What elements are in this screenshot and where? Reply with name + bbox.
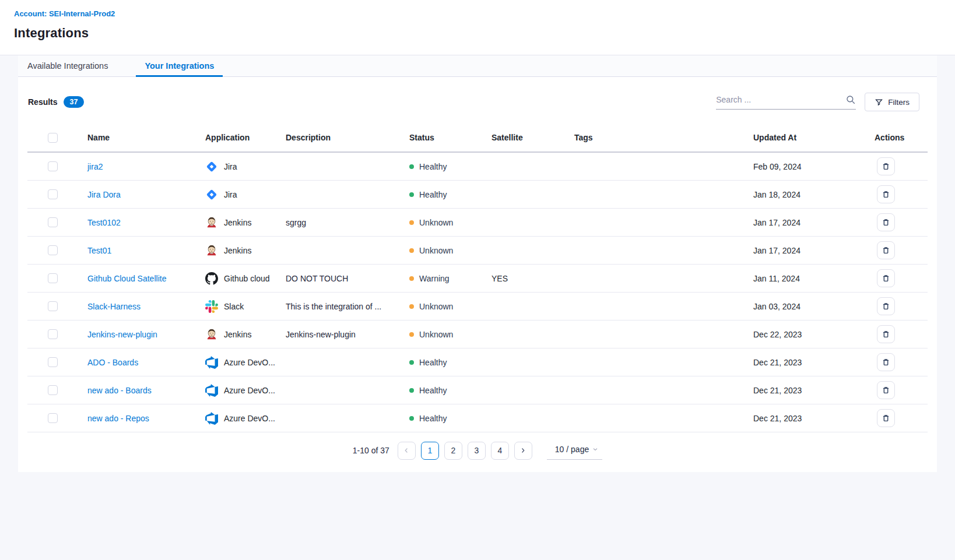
- delete-integration-button[interactable]: [877, 241, 895, 259]
- delete-integration-button[interactable]: [877, 185, 895, 203]
- delete-integration-button[interactable]: [877, 381, 895, 399]
- delete-integration-button[interactable]: [877, 213, 895, 231]
- page-button-2[interactable]: 2: [444, 442, 462, 460]
- status-dot-icon: [409, 164, 414, 169]
- page-button-1[interactable]: 1: [421, 442, 439, 460]
- table-row: new ado - Repos Azure DevO... Healthy De…: [27, 404, 928, 432]
- application-name: Azure DevO...: [224, 358, 275, 367]
- status-dot-icon: [409, 248, 414, 253]
- table-row: new ado - Boards Azure DevO... Healthy D…: [27, 376, 928, 404]
- tab-bar: Available Integrations Your Integrations: [18, 55, 937, 77]
- column-header-updated-at: Updated At: [753, 133, 875, 142]
- integration-name-link[interactable]: Slack-Harness: [87, 302, 141, 311]
- filters-button-label: Filters: [888, 98, 910, 107]
- delete-integration-button[interactable]: [877, 325, 895, 343]
- status-label: Unknown: [419, 246, 453, 255]
- pagination-range-label: 1-10 of 37: [353, 446, 389, 455]
- slack-logo-icon: [205, 300, 218, 313]
- integration-name-link[interactable]: jira2: [87, 162, 103, 171]
- select-all-checkbox[interactable]: [48, 133, 58, 143]
- content-card: Available Integrations Your Integrations…: [18, 55, 937, 472]
- integration-name-link[interactable]: Jenkins-new-plugin: [87, 330, 157, 339]
- page-buttons: 1234: [421, 442, 509, 460]
- updated-at-cell: Jan 11, 2024: [753, 274, 875, 283]
- application-cell: Slack: [205, 300, 286, 313]
- delete-integration-button[interactable]: [877, 297, 895, 315]
- account-breadcrumb-link[interactable]: Account: SEI-Internal-Prod2: [14, 9, 115, 18]
- status-dot-icon: [409, 192, 414, 197]
- integration-name-link[interactable]: Test0102: [87, 218, 121, 227]
- application-cell: Azure DevO...: [205, 412, 286, 425]
- status-label: Warning: [419, 274, 450, 283]
- updated-at-cell: Dec 21, 2023: [753, 358, 875, 367]
- column-header-satellite: Satellite: [491, 133, 574, 142]
- previous-page-button[interactable]: [398, 442, 416, 460]
- status-dot-icon: [409, 332, 414, 337]
- updated-at-cell: Dec 21, 2023: [753, 414, 875, 423]
- azure-devops-logo-icon: [205, 412, 218, 425]
- status-label: Healthy: [419, 414, 447, 423]
- updated-at-cell: Jan 17, 2024: [753, 246, 875, 255]
- row-checkbox[interactable]: [48, 189, 58, 199]
- github-logo-icon: [205, 272, 218, 285]
- application-name: Jenkins: [224, 330, 251, 339]
- results-label: Results: [28, 97, 58, 107]
- row-checkbox[interactable]: [48, 217, 58, 227]
- status-label: Unknown: [419, 218, 453, 227]
- row-checkbox[interactable]: [48, 245, 58, 255]
- status-cell: Unknown: [409, 302, 491, 311]
- search-input[interactable]: [716, 95, 845, 104]
- azure-devops-logo-icon: [205, 356, 218, 369]
- integration-name-link[interactable]: Jira Dora: [87, 190, 121, 199]
- next-page-button[interactable]: [514, 442, 532, 460]
- status-cell: Healthy: [409, 358, 491, 367]
- satellite-cell: YES: [491, 274, 574, 283]
- delete-integration-button[interactable]: [877, 269, 895, 287]
- page-button-4[interactable]: 4: [491, 442, 509, 460]
- integration-name-link[interactable]: new ado - Repos: [87, 414, 149, 423]
- row-checkbox[interactable]: [48, 329, 58, 339]
- application-cell: Azure DevO...: [205, 384, 286, 397]
- table-row: Test01 Jenkins Unknown Jan 17, 2024: [27, 237, 928, 265]
- integration-name-link[interactable]: new ado - Boards: [87, 386, 152, 395]
- integration-name-link[interactable]: ADO - Boards: [87, 358, 138, 367]
- integration-name-link[interactable]: Github Cloud Satellite: [87, 274, 166, 283]
- delete-integration-button[interactable]: [877, 409, 895, 427]
- row-checkbox[interactable]: [48, 385, 58, 395]
- delete-integration-button[interactable]: [877, 353, 895, 371]
- delete-integration-button[interactable]: [877, 157, 895, 175]
- integrations-table: Name Application Description Status Sate…: [27, 124, 928, 432]
- updated-at-cell: Jan 18, 2024: [753, 190, 875, 199]
- tab-available-integrations[interactable]: Available Integrations: [19, 55, 117, 76]
- page-size-select[interactable]: 10 / page: [547, 441, 602, 460]
- filters-button[interactable]: Filters: [865, 93, 919, 111]
- application-cell: Jira: [205, 160, 286, 173]
- results-count-badge: 37: [64, 96, 85, 108]
- status-cell: Unknown: [409, 330, 491, 339]
- application-name: Azure DevO...: [224, 386, 275, 395]
- updated-at-cell: Dec 21, 2023: [753, 386, 875, 395]
- row-checkbox[interactable]: [48, 413, 58, 423]
- status-dot-icon: [409, 360, 414, 365]
- row-checkbox[interactable]: [48, 357, 58, 367]
- table-row: Jira Dora Jira Healthy Jan 18, 2024: [27, 181, 928, 209]
- status-dot-icon: [409, 416, 414, 421]
- trash-icon: [882, 386, 890, 395]
- status-label: Unknown: [419, 302, 453, 311]
- status-cell: Unknown: [409, 246, 491, 255]
- status-cell: Healthy: [409, 162, 491, 171]
- status-cell: Healthy: [409, 190, 491, 199]
- row-checkbox[interactable]: [48, 161, 58, 171]
- page-size-value: 10 / page: [555, 445, 589, 454]
- row-checkbox[interactable]: [48, 273, 58, 283]
- page-header: Account: SEI-Internal-Prod2 Integrations: [0, 0, 955, 55]
- trash-icon: [882, 162, 890, 171]
- integration-name-link[interactable]: Test01: [87, 246, 111, 255]
- row-checkbox[interactable]: [48, 301, 58, 311]
- tab-your-integrations[interactable]: Your Integrations: [136, 55, 223, 76]
- page-button-3[interactable]: 3: [468, 442, 486, 460]
- application-cell: Jenkins: [205, 328, 286, 341]
- column-header-tags: Tags: [574, 133, 753, 142]
- updated-at-cell: Feb 09, 2024: [753, 162, 875, 171]
- table-row: Slack-Harness Slack This is the integrat…: [27, 293, 928, 320]
